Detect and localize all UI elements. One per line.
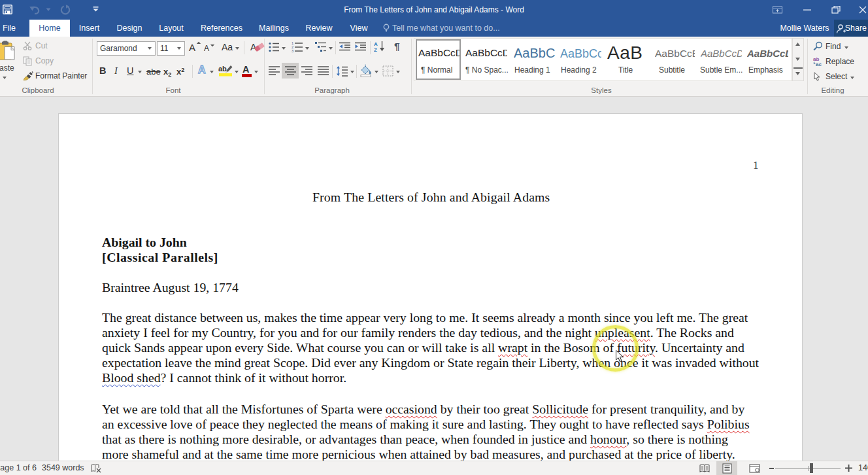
- svg-text:3: 3: [292, 49, 293, 52]
- svg-text:ac: ac: [816, 62, 822, 66]
- svg-text:Z: Z: [374, 47, 377, 52]
- svg-text:A: A: [374, 41, 378, 47]
- svg-text:ab: ab: [218, 65, 227, 73]
